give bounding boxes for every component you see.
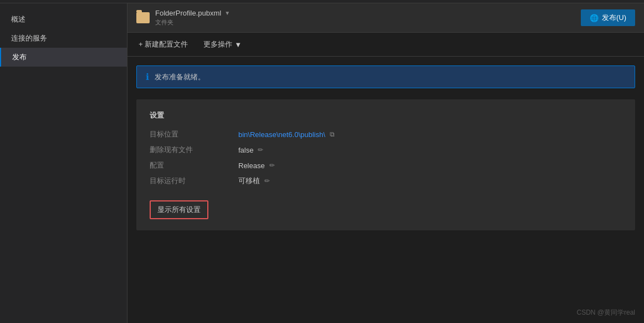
settings-row-target-runtime: 目标运行时 可移植 ✏	[150, 176, 622, 186]
content-area: FolderProfile.pubxml ▼ 文件夹 🌐 发布(U) + 新建配…	[127, 3, 644, 323]
header-filename: FolderProfile.pubxml ▼	[155, 9, 230, 17]
content-header: FolderProfile.pubxml ▼ 文件夹 🌐 发布(U)	[127, 3, 644, 33]
info-banner: ℹ 发布准备就绪。	[136, 65, 635, 88]
target-runtime-value: 可移植	[238, 176, 260, 186]
edit-icon-target-runtime[interactable]: ✏	[264, 177, 270, 185]
header-left: FolderProfile.pubxml ▼ 文件夹	[136, 9, 230, 27]
settings-row-config: 配置 Release ✏	[150, 160, 622, 170]
sidebar-item-overview[interactable]: 概述	[0, 10, 127, 29]
copy-icon-target-location[interactable]: ⧉	[330, 130, 335, 138]
settings-row-delete-files: 删除现有文件 false ✏	[150, 145, 622, 155]
sidebar: 概述 连接的服务 发布	[0, 3, 127, 323]
edit-icon-delete-files[interactable]: ✏	[258, 146, 263, 154]
config-value: Release	[238, 162, 265, 170]
new-config-label: + 新建配置文件	[139, 39, 188, 49]
more-actions-label: 更多操作	[203, 39, 232, 49]
delete-files-value: false	[238, 146, 253, 154]
new-config-button[interactable]: + 新建配置文件	[136, 38, 190, 51]
sidebar-item-overview-label: 概述	[11, 15, 25, 23]
settings-row-target-location: 目标位置 bin\Release\net6.0\publish\ ⧉	[150, 129, 622, 139]
settings-value-target-location: bin\Release\net6.0\publish\ ⧉	[238, 130, 335, 139]
settings-value-config: Release ✏	[238, 162, 275, 170]
header-file-info: FolderProfile.pubxml ▼ 文件夹	[155, 9, 230, 27]
sidebar-item-connected-services-label: 连接的服务	[11, 34, 47, 42]
sidebar-item-publish[interactable]: 发布	[0, 48, 127, 67]
target-location-value: bin\Release\net6.0\publish\	[238, 130, 325, 139]
info-icon: ℹ	[146, 72, 149, 82]
content-body: ℹ 发布准备就绪。 设置 目标位置 bin\Release\net6.0\pub…	[127, 57, 644, 323]
edit-icon-config[interactable]: ✏	[269, 162, 275, 169]
settings-label-delete-files: 删除现有文件	[150, 145, 238, 155]
settings-label-config: 配置	[150, 160, 238, 170]
sidebar-item-publish-label: 发布	[12, 53, 27, 61]
publish-icon: 🌐	[590, 14, 599, 22]
toolbar: + 新建配置文件 更多操作 ▼	[127, 33, 644, 57]
show-all-settings-label: 显示所有设置	[157, 205, 201, 214]
filename-dropdown-arrow[interactable]: ▼	[224, 10, 230, 16]
header-subtitle: 文件夹	[155, 18, 230, 27]
sidebar-item-connected-services[interactable]: 连接的服务	[0, 29, 127, 48]
settings-label-target-location: 目标位置	[150, 129, 238, 139]
settings-value-delete-files: false ✏	[238, 146, 263, 154]
more-actions-button[interactable]: 更多操作 ▼	[201, 38, 244, 51]
footer-watermark: CSDN @黄同学real	[576, 308, 635, 317]
more-actions-arrow-icon: ▼	[234, 41, 242, 49]
folder-icon	[136, 12, 150, 23]
settings-panel: 设置 目标位置 bin\Release\net6.0\publish\ ⧉ 删除…	[136, 99, 635, 230]
show-all-settings-button[interactable]: 显示所有设置	[150, 200, 208, 219]
settings-value-target-runtime: 可移植 ✏	[238, 176, 270, 186]
info-message: 发布准备就绪。	[155, 72, 205, 82]
settings-title: 设置	[150, 110, 622, 120]
publish-button[interactable]: 🌐 发布(U)	[581, 9, 635, 26]
publish-button-label: 发布(U)	[602, 13, 626, 23]
settings-label-target-runtime: 目标运行时	[150, 176, 238, 186]
